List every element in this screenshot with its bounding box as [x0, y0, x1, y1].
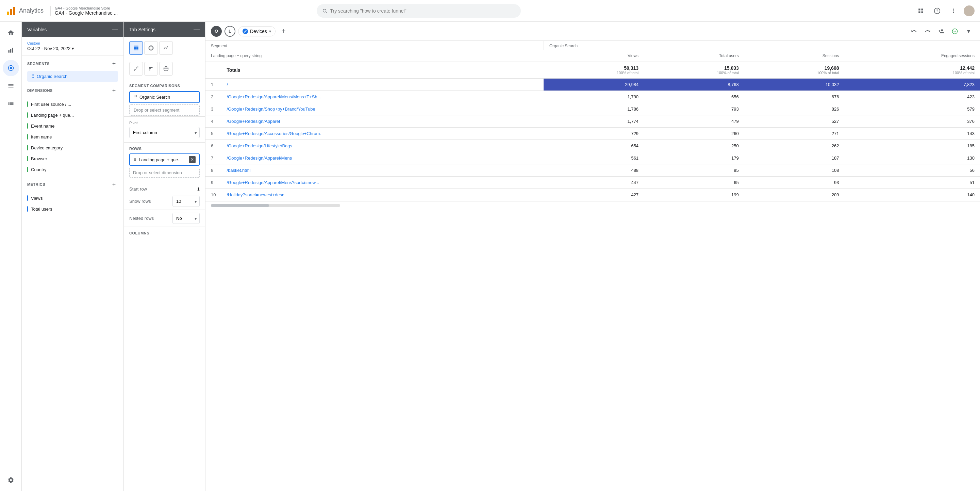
table-row[interactable]: 2/Google+Redesign/Apparel/Mens/Mens+T+Sh…	[205, 91, 980, 103]
row-engaged-sessions-cell: 143	[845, 128, 980, 140]
row-sessions-cell: 527	[744, 115, 845, 128]
add-metric-button[interactable]: +	[110, 180, 118, 188]
row-chip-landing-page[interactable]: Landing page + que... ✕	[129, 153, 200, 166]
table-row[interactable]: 4/Google+Redesign/Apparel1,774479527376	[205, 115, 980, 128]
check-button[interactable]	[949, 25, 961, 37]
svg-rect-2	[13, 7, 15, 15]
row-page-cell[interactable]: /Google+Redesign/Apparel/Mens/Mens+T+Sh.…	[221, 91, 544, 103]
row-page-cell[interactable]: /Google+Redesign/Apparel/Mens?sortci=new…	[221, 177, 544, 189]
add-user-button[interactable]	[935, 25, 947, 37]
dimension-browser[interactable]: Browser	[22, 153, 124, 164]
row-page-cell[interactable]: /basket.html	[221, 164, 544, 177]
tab-icon-bar[interactable]	[144, 62, 158, 75]
more-button[interactable]	[947, 5, 959, 17]
tab-settings-close[interactable]: —	[194, 26, 200, 33]
dimension-label: Device category	[31, 145, 63, 150]
row-page-cell[interactable]: /Google+Redesign/Accessories/Google+Chro…	[221, 128, 544, 140]
totals-label: Totals	[226, 67, 240, 73]
o-button[interactable]: O	[211, 26, 222, 37]
date-range-selector[interactable]: Oct 22 - Nov 20, 2022 ▾	[27, 46, 118, 51]
col-header-engaged-sessions[interactable]: Engaged sessions	[845, 50, 980, 62]
variables-close[interactable]: —	[112, 26, 118, 33]
table-area[interactable]: Segment Organic Search Landing page + qu…	[205, 41, 980, 491]
date-range-text: Oct 22 - Nov 20, 2022	[27, 46, 70, 51]
l-button[interactable]: L	[224, 26, 235, 37]
report-tab-devices[interactable]: Devices ▾	[238, 26, 275, 37]
row-page-cell[interactable]: /Google+Redesign/Apparel	[221, 115, 544, 128]
nav-reports[interactable]	[3, 42, 19, 59]
add-segment-button[interactable]: +	[110, 59, 118, 68]
row-views-cell: 29,984	[544, 79, 644, 91]
add-dimension-button[interactable]: +	[110, 86, 118, 95]
segment-chip-organic-search[interactable]: Organic Search	[27, 71, 118, 82]
nav-list[interactable]	[3, 95, 19, 112]
avatar[interactable]	[964, 5, 975, 16]
search-input[interactable]	[330, 8, 516, 14]
row-drop-area[interactable]: Drop or select dimension	[129, 168, 200, 178]
row-num-cell: 6	[205, 140, 221, 152]
dimension-first-user-source[interactable]: First user source / ...	[22, 99, 124, 110]
row-page-cell[interactable]: /Google+Redesign/Apparel/Mens	[221, 152, 544, 164]
table-row[interactable]: 10/Holiday?sortci=newest+desc42719920914…	[205, 189, 980, 201]
donut-icon	[148, 45, 154, 51]
dimension-landing-page[interactable]: Landing page + que...	[22, 110, 124, 120]
search-bar[interactable]	[317, 4, 521, 18]
row-engaged-sessions-cell: 423	[845, 91, 980, 103]
table-row[interactable]: 7/Google+Redesign/Apparel/Mens5611791871…	[205, 152, 980, 164]
tab-icon-donut[interactable]	[144, 41, 158, 55]
date-label: Custom	[27, 41, 118, 45]
row-page-cell[interactable]: /	[221, 79, 544, 91]
pivot-select[interactable]: First column Last column None	[129, 127, 200, 138]
row-page-cell[interactable]: /Holiday?sortci=newest+desc	[221, 189, 544, 201]
table-row[interactable]: 3/Google+Redesign/Shop+by+Brand/YouTube1…	[205, 103, 980, 115]
tab-icon-line[interactable]	[159, 41, 173, 55]
add-tab-button[interactable]: +	[278, 26, 289, 37]
table-row[interactable]: 8/basket.html4889510856	[205, 164, 980, 177]
remove-row-chip-button[interactable]: ✕	[189, 156, 196, 163]
nav-advertising[interactable]	[3, 78, 19, 94]
nav-explore[interactable]	[3, 60, 19, 76]
seg-drop-area[interactable]: Drop or select segment	[129, 104, 200, 116]
rows-section: ROWS Landing page + que... ✕ Drop or sel…	[124, 142, 205, 184]
data-table: Segment Organic Search Landing page + qu…	[205, 41, 980, 201]
nested-rows-select[interactable]: No Yes	[172, 213, 200, 224]
help-button[interactable]: ?	[931, 5, 943, 17]
col-header-views[interactable]: Views	[544, 50, 644, 62]
svg-rect-5	[918, 8, 920, 10]
tab-icon-geo[interactable]	[159, 62, 173, 75]
grid-button[interactable]	[915, 5, 927, 17]
svg-rect-15	[10, 49, 11, 53]
nav-settings[interactable]	[3, 472, 19, 488]
metric-total-users[interactable]: Total users	[22, 204, 124, 214]
tab-icon-table[interactable]	[129, 41, 143, 55]
col-header-sessions[interactable]: Sessions	[744, 50, 845, 62]
show-rows-select[interactable]: 5 10 25 50	[172, 196, 200, 207]
row-sessions-cell: 676	[744, 91, 845, 103]
bar-chart-icon	[148, 66, 154, 72]
table-row[interactable]: 1/29,9848,76810,0327,823	[205, 79, 980, 91]
metric-views[interactable]: Views	[22, 193, 124, 204]
segments-section-header: SEGMENTS +	[22, 56, 124, 70]
undo-button[interactable]	[908, 25, 920, 37]
table-row[interactable]: 9/Google+Redesign/Apparel/Mens?sortci=ne…	[205, 177, 980, 189]
dimension-label: Event name	[31, 124, 54, 129]
redo-button[interactable]	[921, 25, 934, 37]
nav-home[interactable]	[3, 24, 19, 41]
table-row[interactable]: 6/Google+Redesign/Lifestyle/Bags65425026…	[205, 140, 980, 152]
table-row[interactable]: 5/Google+Redesign/Accessories/Google+Chr…	[205, 128, 980, 140]
svg-point-31	[137, 66, 138, 67]
check-caret-button[interactable]: ▾	[963, 25, 975, 37]
dimension-label: Browser	[31, 156, 47, 161]
dimension-event-name[interactable]: Event name	[22, 120, 124, 131]
row-page-cell[interactable]: /Google+Redesign/Shop+by+Brand/YouTube	[221, 103, 544, 115]
horizontal-scrollbar[interactable]	[211, 204, 340, 207]
date-section: Custom Oct 22 - Nov 20, 2022 ▾	[22, 37, 124, 56]
dimension-country[interactable]: Country	[22, 164, 124, 175]
dimension-device-category[interactable]: Device category	[22, 142, 124, 153]
tab-icon-scatter[interactable]	[129, 62, 143, 75]
dim-bar-icon	[27, 101, 28, 107]
col-header-total-users[interactable]: Total users	[644, 50, 744, 62]
seg-item-organic-search[interactable]: Organic Search	[129, 91, 200, 103]
dimension-item-name[interactable]: Item name	[22, 131, 124, 142]
row-page-cell[interactable]: /Google+Redesign/Lifestyle/Bags	[221, 140, 544, 152]
